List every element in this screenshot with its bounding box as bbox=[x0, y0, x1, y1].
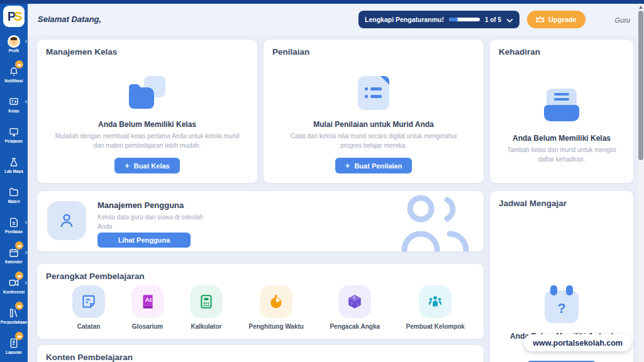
sidebar-item-laporan[interactable]: Laporan bbox=[0, 334, 28, 357]
sidebar-item-kalender[interactable]: › Kalender bbox=[0, 244, 28, 266]
card-title: Manajemen Pengguna bbox=[97, 200, 184, 210]
premium-crown-badge bbox=[15, 332, 23, 340]
card-manajemen-kelas: Manajemen Kelas Anda Belum Memiliki Kela… bbox=[36, 39, 258, 184]
profile-avatar bbox=[8, 36, 20, 47]
chevron-right-icon: › bbox=[25, 98, 27, 105]
empty-state-description: Mulailah dengan membuat kelas pertama An… bbox=[37, 132, 257, 150]
card-title: Manajemen Kelas bbox=[46, 47, 117, 57]
sidebar-item-materi[interactable]: Materi bbox=[0, 184, 28, 206]
notes-icon bbox=[72, 285, 105, 318]
portal-sekolah-logo[interactable]: PS bbox=[3, 6, 25, 27]
empty-state-heading: Mulai Penilaian untuk Murid Anda bbox=[313, 120, 434, 129]
timer-icon bbox=[260, 285, 292, 318]
setup-progress-bar bbox=[449, 18, 480, 21]
logo-letter-p: P bbox=[8, 9, 14, 24]
sidebar-item-lab-maya[interactable]: Lab Maya bbox=[0, 153, 28, 176]
schedule-question-icon: ? bbox=[545, 290, 579, 323]
folder-icon bbox=[9, 187, 19, 198]
tool-kalkulator[interactable]: Kalkulator bbox=[190, 285, 223, 330]
card-manajemen-pengguna: Manajemen Pengguna Kelola data guru dan … bbox=[36, 190, 484, 252]
upgrade-label: Upgrade bbox=[548, 16, 577, 23]
sidebar-item-kelas[interactable]: › Kelas bbox=[0, 93, 28, 116]
header: Selamat Datang, Lengkapi Pengaturanmu! 1… bbox=[28, 4, 644, 35]
class-folder-icon bbox=[129, 76, 165, 109]
card-description: Kelola data guru dan siswa di sekolah An… bbox=[97, 212, 217, 231]
setup-progress-banner[interactable]: Lengkapi Pengaturanmu! 1 of 5 bbox=[358, 11, 519, 28]
sidebar-item-penilaian[interactable]: › Penilaian bbox=[0, 214, 28, 236]
chevron-down-icon[interactable] bbox=[506, 14, 513, 25]
setup-progress-fill bbox=[449, 18, 458, 21]
question-mark-glyph: ? bbox=[557, 300, 565, 317]
assessment-document-icon bbox=[358, 76, 389, 110]
card-konten-pembelajaran: Konten Pembelajaran bbox=[36, 344, 484, 362]
plus-icon: + bbox=[125, 162, 130, 170]
chevron-right-icon: › bbox=[25, 219, 27, 226]
sidebar: PS › Profil Notifikasi › Kelas Pelajaran bbox=[0, 0, 28, 362]
chevron-right-icon: › bbox=[25, 279, 27, 286]
people-decoration-graphic bbox=[397, 192, 472, 252]
premium-crown-badge bbox=[15, 241, 23, 250]
flask-icon bbox=[9, 156, 19, 168]
svg-text:?: ? bbox=[353, 296, 355, 300]
sidebar-item-notifikasi[interactable]: Notifikasi bbox=[0, 63, 28, 85]
card-kehadiran: Kehadiran Anda Belum Memiliki Kelas Tamb… bbox=[489, 39, 634, 184]
svg-text:Az: Az bbox=[145, 297, 152, 303]
card-perangkat-pembelajaran: Perangkat Pembelajaran Catatan Az Glosar… bbox=[36, 263, 484, 339]
tool-pengacak-angka[interactable]: ??? Pengacak Angka bbox=[330, 285, 380, 330]
welcome-text: Selamat Datang, bbox=[38, 14, 101, 24]
empty-state-heading: Anda Belum Memiliki Kelas bbox=[513, 134, 611, 143]
calculator-icon bbox=[190, 285, 223, 318]
scrollbar-thumb[interactable] bbox=[638, 11, 643, 160]
setup-progress-count: 1 of 5 bbox=[485, 16, 501, 23]
card-title: Penilaian bbox=[272, 47, 309, 57]
sidebar-nav: › Profil Notifikasi › Kelas Pelajaran La… bbox=[0, 33, 28, 357]
lihat-pengguna-button[interactable]: Lihat Pengguna bbox=[97, 233, 191, 248]
glossary-icon: Az bbox=[131, 285, 164, 318]
tool-glosarium[interactable]: Az Glosarium bbox=[131, 285, 164, 330]
empty-state-description: Tambah kelas dan murid untuk mengisi daf… bbox=[490, 146, 633, 164]
plus-icon: + bbox=[345, 162, 350, 170]
vertical-scrollbar[interactable] bbox=[638, 4, 644, 362]
card-title: Konten Pembelajaran bbox=[46, 353, 133, 362]
sidebar-item-profil[interactable]: › Profil bbox=[0, 33, 28, 55]
card-title: Perangkat Pembelajaran bbox=[46, 272, 145, 281]
premium-crown-badge bbox=[15, 272, 23, 280]
upgrade-button[interactable]: Upgrade bbox=[527, 11, 586, 28]
scroll-up-arrow-icon[interactable] bbox=[639, 6, 643, 9]
assessment-file-icon bbox=[9, 217, 19, 228]
sidebar-item-konferensi[interactable]: › Konferensi bbox=[0, 274, 28, 297]
attendance-tray-icon bbox=[544, 89, 579, 121]
top-accent-strip bbox=[0, 0, 644, 4]
logo-letter-s: S bbox=[14, 9, 20, 24]
dice-icon: ??? bbox=[338, 285, 371, 318]
group-maker-icon bbox=[419, 285, 452, 318]
tool-pembuat-kelompok[interactable]: Pembuat Kelompok bbox=[406, 285, 465, 330]
crown-icon bbox=[536, 16, 545, 24]
site-watermark: www.portalsekolah.com bbox=[524, 334, 631, 351]
tools-row: Catatan Az Glosarium Kalkulator Penghitu… bbox=[72, 285, 465, 330]
setup-banner-label: Lengkapi Pengaturanmu! bbox=[365, 16, 444, 23]
premium-crown-badge bbox=[15, 60, 23, 69]
portal-sekolah-dashboard: PS › Profil Notifikasi › Kelas Pelajaran bbox=[0, 0, 644, 362]
tool-penghitung-waktu[interactable]: Penghitung Waktu bbox=[249, 285, 304, 330]
sidebar-item-perpustakaan[interactable]: Perpustakaan bbox=[0, 304, 28, 327]
empty-state-description: Catat dan kelola nilai murid secara digi… bbox=[264, 132, 484, 150]
card-penilaian: Penilaian Mulai Penilaian untuk Murid An… bbox=[263, 39, 484, 184]
sidebar-item-pelajaran[interactable]: Pelajaran bbox=[0, 123, 28, 146]
card-title: Jadwal Mengajar bbox=[499, 199, 567, 208]
buat-kelas-button[interactable]: +Buat Kelas bbox=[114, 158, 179, 173]
empty-state-heading: Anda Belum Memiliki Kelas bbox=[98, 120, 196, 129]
buat-penilaian-button[interactable]: +Buat Penilaian bbox=[335, 158, 412, 173]
classroom-board-icon bbox=[9, 96, 19, 107]
svg-text:?: ? bbox=[357, 303, 358, 307]
chevron-right-icon: › bbox=[25, 249, 27, 256]
tool-catatan[interactable]: Catatan bbox=[72, 285, 105, 330]
user-management-icon bbox=[47, 201, 86, 240]
monitor-icon bbox=[9, 126, 19, 138]
user-role-label: Guru bbox=[615, 16, 630, 24]
chevron-right-icon: › bbox=[25, 38, 27, 45]
premium-crown-badge bbox=[15, 302, 23, 310]
svg-text:?: ? bbox=[351, 302, 353, 305]
card-title: Kehadiran bbox=[499, 47, 540, 57]
